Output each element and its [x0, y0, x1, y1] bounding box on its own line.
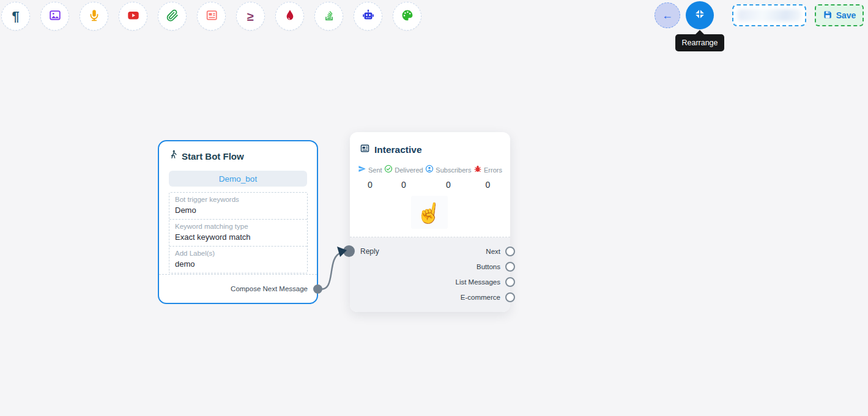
- paperclip-icon: [166, 9, 179, 24]
- image-icon: [48, 9, 62, 24]
- stat-value: 0: [401, 180, 406, 190]
- next-output-socket[interactable]: [505, 247, 515, 256]
- field-matching-type[interactable]: Keyword matching type Exact keyword matc…: [169, 219, 307, 246]
- robot-icon: [362, 9, 375, 24]
- toolbar-theme-button[interactable]: [393, 2, 421, 31]
- stat-label: Delivered: [395, 166, 423, 174]
- connector-path: [318, 253, 341, 289]
- field-label: Add Label(s): [175, 250, 302, 257]
- field-label: Keyword matching type: [175, 223, 302, 230]
- stats-row: Sent 0 Delivered 0 Subscribers 0: [350, 165, 510, 190]
- arrow-left-icon: ←: [662, 9, 673, 22]
- stat-label: Errors: [484, 166, 502, 174]
- toolbar-file-button[interactable]: [158, 2, 187, 31]
- stat-value: 0: [486, 180, 491, 190]
- field-value: Demo: [175, 206, 302, 215]
- youtube-play-icon: [127, 9, 140, 24]
- rearrange-tooltip: Rearrange: [675, 34, 724, 51]
- ecommerce-output-socket[interactable]: [505, 292, 515, 302]
- pilcrow-icon: ¶: [12, 10, 19, 23]
- save-button[interactable]: Save: [815, 4, 864, 26]
- start-node-fields: Bot trigger keywords Demo Keyword matchi…: [169, 192, 308, 273]
- compose-next-message-row: Compose Next Message: [159, 274, 317, 303]
- person-circle-icon: [425, 165, 434, 176]
- output-label: Buttons: [477, 263, 500, 270]
- cursor-highlight: ☝: [411, 196, 448, 229]
- tooltip-text: Rearrange: [681, 39, 718, 47]
- greater-equal-icon: ≥: [247, 10, 254, 23]
- newspaper-icon: [205, 9, 218, 24]
- toolbar-drip-button[interactable]: [275, 2, 304, 31]
- output-list-messages[interactable]: List Messages: [455, 275, 515, 289]
- reply-label: Reply: [360, 247, 379, 256]
- interactive-node-sockets: Reply Next Buttons List Messages E-comme…: [350, 237, 510, 312]
- interactive-node-body: Interactive Sent 0 Delivered 0: [350, 132, 510, 237]
- toolbar-audio-button[interactable]: [80, 2, 108, 31]
- output-label: Next: [486, 248, 500, 255]
- bot-name-field[interactable]: Demo_bot: [169, 171, 307, 187]
- check-circle-icon: [384, 165, 393, 176]
- newspaper-icon: [360, 143, 370, 156]
- start-bot-flow-node[interactable]: Start Bot Flow Demo_bot Bot trigger keyw…: [158, 140, 318, 304]
- stat-value: 0: [446, 180, 451, 190]
- interactive-node-title: Interactive: [374, 144, 422, 155]
- water-drop-icon: [283, 9, 297, 24]
- interactive-node-header: Interactive: [350, 132, 510, 156]
- stat-sent: Sent 0: [358, 165, 382, 190]
- output-label: E-commerce: [461, 294, 500, 301]
- field-value: demo: [175, 259, 302, 269]
- bot-name-value: Demo_bot: [219, 174, 257, 184]
- field-add-labels[interactable]: Add Label(s) demo: [169, 246, 307, 273]
- reply-input-socket[interactable]: [343, 245, 355, 257]
- toolbar-interactive-button[interactable]: [197, 2, 226, 31]
- palette-icon: [401, 9, 414, 24]
- output-label: List Messages: [455, 278, 500, 286]
- hand-cursor-icon: ☝: [415, 199, 443, 226]
- compose-output-socket[interactable]: [313, 284, 322, 294]
- stack-rays-icon: [322, 9, 336, 24]
- start-node-title: Start Bot Flow: [182, 151, 244, 162]
- toolbar-text-button[interactable]: ¶: [1, 2, 30, 31]
- stat-label: Subscribers: [436, 166, 471, 174]
- walking-person-icon: [169, 150, 178, 162]
- floppy-disk-icon: [823, 10, 833, 21]
- tooltip-arrow: [695, 25, 705, 35]
- list-messages-output-socket[interactable]: [505, 277, 515, 287]
- stat-delivered: Delivered 0: [384, 165, 423, 190]
- paper-plane-icon: [358, 165, 366, 176]
- toolbar-sequence-button[interactable]: [314, 2, 343, 31]
- save-label: Save: [836, 10, 856, 20]
- start-node-header: Start Bot Flow: [169, 150, 307, 162]
- element-toolbar: ¶ ≥: [1, 2, 421, 31]
- output-next[interactable]: Next: [486, 244, 515, 259]
- toolbar-bot-button[interactable]: [354, 2, 382, 31]
- bug-icon: [473, 165, 482, 176]
- compose-next-message-label: Compose Next Message: [231, 285, 308, 292]
- field-value: Exact keyword match: [175, 232, 302, 242]
- field-trigger-keywords[interactable]: Bot trigger keywords Demo: [169, 193, 307, 219]
- compress-arrows-icon: [694, 8, 706, 23]
- toolbar-condition-button[interactable]: ≥: [236, 2, 265, 31]
- stat-value: 0: [368, 180, 373, 190]
- flow-name-input[interactable]: [732, 4, 806, 26]
- back-button[interactable]: ←: [655, 2, 680, 28]
- microphone-icon: [87, 9, 101, 24]
- output-ecommerce[interactable]: E-commerce: [461, 290, 515, 305]
- toolbar-image-button[interactable]: [40, 2, 69, 31]
- blurred-text: [737, 9, 801, 21]
- stat-label: Sent: [368, 166, 382, 174]
- toolbar-video-button[interactable]: [119, 2, 147, 31]
- interactive-node[interactable]: Interactive Sent 0 Delivered 0: [350, 132, 510, 312]
- output-buttons[interactable]: Buttons: [477, 259, 515, 274]
- field-label: Bot trigger keywords: [175, 196, 302, 203]
- buttons-output-socket[interactable]: [505, 262, 515, 272]
- stat-subscribers: Subscribers 0: [425, 165, 471, 190]
- stat-errors: Errors 0: [473, 165, 502, 190]
